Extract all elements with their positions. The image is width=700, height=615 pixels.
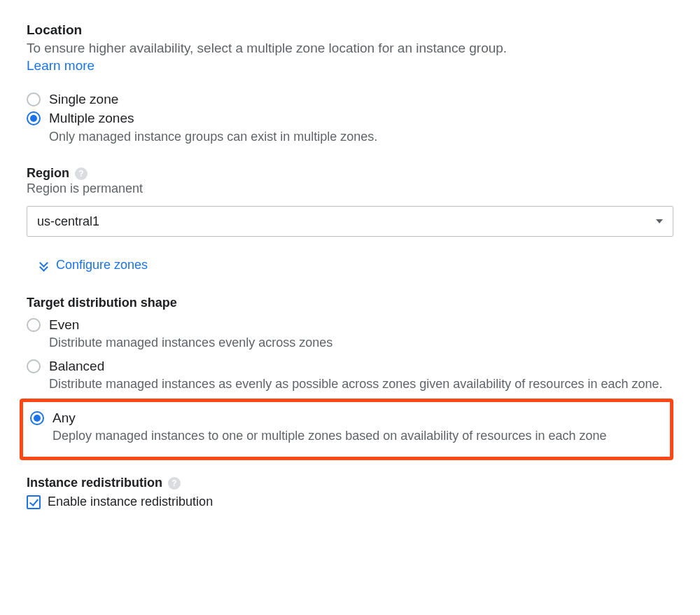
radio-multiple-zones-row: Multiple zones Only managed instance gro… (27, 109, 673, 145)
radio-multiple-zones-label: Multiple zones (49, 109, 673, 127)
radio-even-row: Even Distribute managed instances evenly… (27, 316, 673, 352)
caret-down-icon (656, 219, 663, 223)
region-title: Region ? (27, 166, 88, 181)
region-title-text: Region (27, 166, 69, 181)
radio-any-sublabel: Deploy managed instances to one or multi… (52, 427, 670, 444)
enable-redistribution-label: Enable instance redistribution (48, 495, 213, 509)
radio-even-sublabel: Distribute managed instances evenly acro… (49, 334, 673, 351)
highlighted-any-option: Any Deploy managed instances to one or m… (20, 399, 673, 461)
tds-radio-group: Even Distribute managed instances evenly… (27, 316, 673, 461)
radio-balanced-row: Balanced Distribute managed instances as… (27, 357, 673, 393)
learn-more-link[interactable]: Learn more (27, 58, 94, 74)
enable-redistribution-checkbox[interactable] (27, 495, 41, 509)
tds-title: Target distribution shape (27, 296, 177, 310)
target-distribution-section: Target distribution shape Even Distribut… (27, 296, 673, 461)
help-icon[interactable]: ? (168, 477, 181, 490)
redistribution-title-text: Instance redistribution (27, 476, 162, 490)
radio-multiple-zones[interactable] (27, 111, 41, 125)
radio-single-zone[interactable] (27, 92, 41, 106)
radio-balanced-label: Balanced (49, 357, 673, 375)
redistribution-title: Instance redistribution ? (27, 476, 181, 490)
region-description: Region is permanent (27, 181, 673, 196)
region-section: Region ? Region is permanent us-central1… (27, 166, 673, 275)
instance-redistribution-section: Instance redistribution ? Enable instanc… (27, 476, 673, 509)
location-section: Location To ensure higher availability, … (27, 22, 673, 145)
location-radio-group: Single zone Multiple zones Only managed … (27, 90, 673, 146)
radio-balanced[interactable] (27, 359, 41, 373)
radio-even[interactable] (27, 318, 41, 332)
chevrons-down-icon (39, 260, 49, 271)
radio-any-row: Any Deploy managed instances to one or m… (30, 409, 670, 445)
configure-zones-label: Configure zones (56, 258, 148, 272)
configure-zones-link[interactable]: Configure zones (39, 258, 148, 272)
enable-redistribution-row: Enable instance redistribution (27, 495, 673, 509)
location-description: To ensure higher availability, select a … (27, 39, 673, 58)
region-select[interactable]: us-central1 (27, 206, 673, 237)
radio-even-label: Even (49, 316, 673, 334)
radio-any[interactable] (30, 411, 44, 425)
radio-balanced-sublabel: Distribute managed instances as evenly a… (49, 375, 673, 392)
location-title: Location (27, 22, 673, 38)
radio-single-zone-row: Single zone (27, 90, 673, 109)
radio-multiple-zones-sublabel: Only managed instance groups can exist i… (49, 128, 673, 145)
help-icon[interactable]: ? (75, 167, 88, 180)
region-select-value: us-central1 (37, 214, 99, 229)
radio-single-zone-label: Single zone (49, 90, 673, 109)
radio-any-label: Any (52, 409, 670, 427)
